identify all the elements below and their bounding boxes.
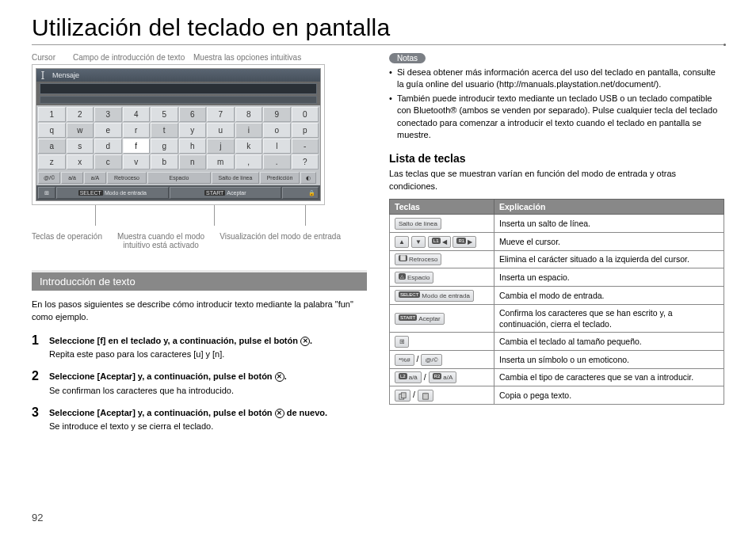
- copy-icon: [399, 392, 407, 400]
- keyboard-input-line: [40, 83, 317, 94]
- minikey: ▼: [411, 236, 426, 248]
- step-2: Seleccione [Aceptar] y, a continuación, …: [32, 371, 367, 394]
- bottom-status-key: 🔒: [282, 187, 319, 199]
- key-2: 2: [67, 107, 94, 122]
- table-row: ⬜Retroceso Elimina el carácter situado a…: [390, 250, 724, 268]
- key-l: l: [263, 139, 291, 154]
- minikey: [418, 390, 433, 402]
- opkey-1: a/à: [61, 172, 83, 184]
- section-heading-bar: Introducción de texto: [32, 270, 367, 291]
- key-cell: △Espacio: [390, 268, 494, 287]
- table-row: △Espacio Inserta un espacio.: [390, 268, 724, 287]
- expl-cell: Elimina el carácter situado a la izquier…: [494, 250, 724, 268]
- key-j: j: [207, 139, 235, 154]
- key-m: m: [207, 154, 235, 169]
- key-r: r: [123, 123, 151, 138]
- key-z: z: [38, 154, 66, 169]
- step-1: Seleccione [f] en el teclado y, a contin…: [32, 335, 367, 359]
- key-n: n: [179, 154, 207, 169]
- step-3: Seleccione [Aceptar] y, a continuación, …: [32, 407, 367, 431]
- bottom-mode-key: SELECTModo de entrada: [56, 187, 169, 199]
- table-row: / Copia o pega texto.: [390, 386, 724, 405]
- key-q: q: [38, 123, 66, 138]
- keylist-intro: Las teclas que se muestran varían en fun…: [389, 168, 724, 192]
- key-cell: ▲ ▼ L1◀ R1▶: [390, 232, 494, 250]
- keyboard-bottom-row: ⊞ SELECTModo de entrada STARTAceptar 🔒: [36, 185, 320, 200]
- minikey: R2a/A: [429, 371, 457, 383]
- keyboard-grid: 1234567890qwertyuiopasdfghjkl-zxcvbnm,.?: [36, 105, 320, 172]
- key-d: d: [94, 139, 122, 154]
- key-1: 1: [38, 107, 66, 122]
- minikey: *%#: [395, 354, 414, 366]
- expl-cell: Confirma los caracteres que se han escri…: [494, 304, 724, 332]
- table-row: ⊞ Cambia el teclado al tamaño pequeño.: [390, 333, 724, 351]
- key-w: w: [67, 123, 94, 138]
- key-a: a: [38, 139, 66, 154]
- cursor-icon: [41, 71, 49, 79]
- label-input-mode: Visualización del modo de entrada: [220, 232, 341, 249]
- key-k: k: [235, 139, 263, 154]
- section-heading: Introducción de texto: [32, 272, 367, 291]
- expl-cell: Mueve el cursor.: [494, 232, 724, 250]
- diagram-top-labels: Cursor Campo de introducción de texto Mu…: [32, 53, 367, 62]
- key-cell: ⬜Retroceso: [390, 250, 494, 268]
- key-g: g: [151, 139, 178, 154]
- key-e: e: [94, 123, 122, 138]
- key-8: 8: [235, 107, 263, 122]
- lock-icon: 🔒: [308, 189, 315, 196]
- opkey-0: @/©: [38, 172, 60, 184]
- expl-cell: Cambia el tipo de caracteres que se van …: [494, 368, 724, 386]
- svg-rect-1: [401, 393, 406, 398]
- expl-cell: Cambia el modo de entrada.: [494, 287, 724, 305]
- key-cell: L2a/à / R2a/A: [390, 368, 494, 386]
- label-cursor: Cursor: [32, 53, 68, 62]
- keylist-th-expl: Explicación: [494, 200, 724, 215]
- step-title: Seleccione [Aceptar] y, a continuación, …: [49, 371, 367, 383]
- keylist-th-keys: Teclas: [390, 200, 494, 215]
- opkey-3: Retroceso: [107, 172, 147, 184]
- table-row: STARTAceptar Confirma los caracteres que…: [390, 304, 724, 332]
- key-p: p: [292, 123, 319, 138]
- keyboard-diagram: Mensaje 1234567890qwertyuiopasdfghjkl-zx…: [32, 64, 325, 205]
- expl-cell: Inserta un espacio.: [494, 268, 724, 287]
- minikey: L1◀: [428, 236, 451, 248]
- x-button-icon: ✕: [275, 372, 284, 382]
- key-cell: Salto de línea: [390, 215, 494, 233]
- minikey: L2a/à: [395, 371, 422, 383]
- key-,: ,: [235, 154, 263, 169]
- step-desc: Se introduce el texto y se cierra el tec…: [49, 421, 367, 431]
- key-i: i: [235, 123, 263, 138]
- key-6: 6: [179, 107, 207, 122]
- key-c: c: [94, 154, 122, 169]
- key-9: 9: [263, 107, 291, 122]
- key-5: 5: [151, 107, 178, 122]
- expl-cell: Copia o pega texto.: [494, 386, 724, 405]
- key-cell: ⊞: [390, 333, 494, 351]
- key-s: s: [67, 139, 94, 154]
- key-.: .: [263, 154, 291, 169]
- step-desc: Repita este paso para los caracteres [u]…: [49, 349, 367, 359]
- key-f: f: [123, 139, 151, 154]
- key-?: ?: [292, 154, 319, 169]
- key-cell: *%# / @/©: [390, 350, 494, 368]
- table-row: Salto de línea Inserta un salto de línea…: [390, 215, 724, 233]
- svg-rect-3: [424, 393, 426, 394]
- corner-dot: [724, 44, 726, 46]
- x-button-icon: ✕: [300, 337, 310, 346]
- keyboard-ops-row: @/©a/àa/ARetrocesoEspacioSalto de líneaP…: [36, 172, 320, 185]
- bottom-accept-key: STARTAceptar: [170, 187, 282, 199]
- page-title: Utilización del teclado en pantalla: [32, 14, 724, 41]
- opkey-glyph: ◐: [300, 172, 316, 184]
- key-y: y: [179, 123, 207, 138]
- label-input-field: Campo de introducción de texto: [73, 53, 189, 62]
- minikey: STARTAceptar: [395, 313, 445, 325]
- keylist-table: Teclas Explicación Salto de línea Insert…: [389, 199, 724, 405]
- key--: -: [292, 139, 319, 154]
- minikey: △Espacio: [395, 272, 433, 284]
- key-h: h: [179, 139, 207, 154]
- note-0: Si desea obtener más información acerca …: [389, 67, 724, 91]
- minikey: @/©: [421, 354, 441, 366]
- notes-list: Si desea obtener más información acerca …: [389, 67, 724, 141]
- svg-rect-2: [422, 393, 428, 399]
- keyboard-message-label: Mensaje: [52, 71, 79, 79]
